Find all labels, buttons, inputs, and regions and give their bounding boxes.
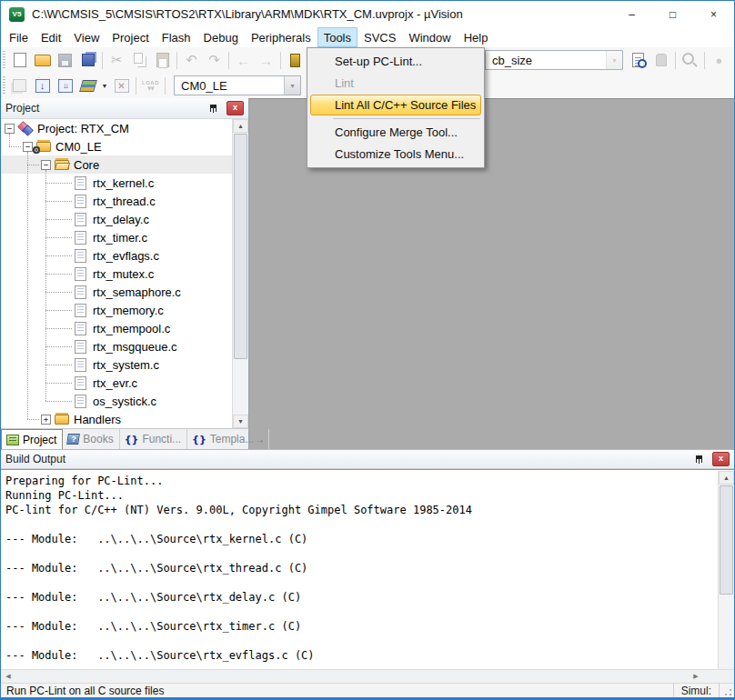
menu-debug[interactable]: Debug (197, 27, 245, 47)
tree-item-handlers[interactable]: + Handlers (1, 410, 233, 428)
close-panel-icon[interactable]: x (712, 452, 730, 466)
expander-icon[interactable]: − (41, 160, 51, 170)
tree-item-rtx-delay[interactable]: rtx_delay.c (1, 210, 233, 228)
chevron-down-icon[interactable]: ▾ (606, 51, 622, 69)
record-circle-icon[interactable]: ● (708, 49, 730, 71)
cut-icon[interactable]: ✂ (106, 49, 128, 71)
menu-item-lint-all-sources[interactable]: Lint All C/C++ Source Files (310, 95, 481, 115)
menu-flash[interactable]: Flash (156, 27, 197, 47)
tree-item-rtx-mutex[interactable]: rtx_mutex.c (1, 265, 233, 283)
redo-icon[interactable]: ↷ (203, 49, 226, 71)
tab-label: Templa... (210, 433, 255, 445)
tree-item-rtx-timer[interactable]: rtx_timer.c (1, 228, 233, 246)
save-icon[interactable] (54, 49, 76, 71)
batch-build-dropdown-icon[interactable]: ▼ (99, 75, 110, 96)
menu-file[interactable]: File (3, 27, 35, 47)
close-button[interactable]: × (693, 1, 734, 27)
menu-item-lint[interactable]: Lint (310, 73, 481, 94)
bookmark-hand-icon[interactable] (649, 49, 672, 71)
pin-icon[interactable] (694, 454, 704, 465)
resize-grip[interactable] (720, 684, 734, 698)
download-load-icon[interactable]: LOAD (139, 75, 162, 96)
tab-project[interactable]: Project (1, 429, 63, 449)
separator[interactable] (165, 77, 166, 95)
navigate-forward-icon[interactable]: → (255, 49, 277, 71)
menu-view[interactable]: View (67, 27, 106, 47)
minimize-button[interactable]: – (611, 1, 652, 27)
build-icon[interactable] (31, 75, 54, 96)
undo-icon[interactable]: ↶ (180, 49, 203, 71)
expander-icon[interactable]: + (41, 415, 51, 425)
menu-peripherals[interactable]: Peripherals (245, 27, 317, 47)
menu-separator[interactable] (333, 118, 480, 119)
save-all-icon[interactable] (76, 49, 99, 71)
chevron-down-icon[interactable]: ▾ (284, 76, 300, 95)
menu-edit[interactable]: Edit (35, 27, 67, 47)
find-in-files-icon[interactable] (627, 49, 649, 71)
expander-icon[interactable]: − (23, 142, 33, 152)
separator[interactable] (675, 52, 676, 69)
maximize-button[interactable]: □ (652, 1, 693, 27)
menu-window[interactable]: Window (402, 27, 457, 47)
project-tree-scrollbar[interactable]: ▲ ▼ (232, 119, 248, 428)
separator[interactable] (136, 77, 136, 95)
translate-icon[interactable] (8, 75, 31, 96)
paste-icon[interactable] (151, 49, 174, 71)
scroll-left-icon[interactable]: ◀ (1, 670, 15, 684)
menu-project[interactable]: Project (106, 27, 155, 47)
pin-icon[interactable] (208, 103, 218, 114)
tree-item-rtx-system[interactable]: rtx_system.c (1, 355, 233, 374)
separator[interactable] (176, 52, 177, 69)
batch-build-icon[interactable] (76, 75, 99, 96)
scrollbar-thumb[interactable] (720, 485, 733, 595)
target-folder-icon (36, 140, 50, 153)
menu-item-customize-tools-menu[interactable]: Customize Tools Menu... (310, 144, 481, 165)
tab-books[interactable]: Books (63, 429, 119, 449)
separator[interactable] (280, 52, 281, 69)
menu-svcs[interactable]: SVCS (357, 27, 402, 47)
tree-item-project-rtx-cm[interactable]: − Project: RTX_CM (1, 119, 233, 137)
target-select-combo[interactable]: CM0_LE ▾ (174, 75, 301, 95)
scroll-up-icon[interactable]: ▲ (719, 471, 734, 485)
separator[interactable] (102, 52, 103, 69)
tree-guide (9, 134, 10, 146)
expander-icon[interactable]: − (5, 124, 15, 134)
separator[interactable] (228, 52, 229, 69)
build-output-scrollbar[interactable]: ▲ (718, 471, 734, 669)
rebuild-icon[interactable] (54, 75, 76, 96)
tree-item-rtx-evflags[interactable]: rtx_evflags.c (1, 246, 233, 265)
tree-item-rtx-thread[interactable]: rtx_thread.c (1, 192, 233, 210)
new-file-icon[interactable] (8, 49, 31, 71)
close-panel-icon[interactable]: x (227, 101, 244, 115)
horizontal-scrollbar[interactable]: ◀ ▶ (1, 669, 734, 684)
tree-item-cm0-le[interactable]: − CM0_LE (1, 137, 233, 155)
magnifier-icon[interactable] (679, 49, 701, 71)
menu-tools[interactable]: Tools (317, 27, 357, 47)
tree-item-rtx-msgqueue[interactable]: rtx_msgqueue.c (1, 337, 233, 355)
bookmark-icon[interactable] (284, 49, 307, 71)
open-file-icon[interactable] (31, 49, 54, 71)
tree-item-rtx-mempool[interactable]: rtx_mempool.c (1, 319, 233, 337)
navigate-back-icon[interactable]: ← (232, 49, 255, 71)
tree-item-core[interactable]: − Core (1, 155, 233, 174)
tree-item-os-systick[interactable]: os_systick.c (1, 392, 233, 410)
copy-icon[interactable] (128, 49, 151, 71)
separator[interactable] (704, 52, 705, 69)
tree-item-rtx-semaphore[interactable]: rtx_semaphore.c (1, 283, 233, 301)
scroll-down-icon[interactable]: ▼ (233, 415, 248, 428)
menu-help[interactable]: Help (458, 27, 495, 47)
scroll-right-icon[interactable]: ▶ (689, 670, 703, 684)
tree-item-rtx-kernel[interactable]: rtx_kernel.c (1, 174, 233, 192)
tab-functions[interactable]: {} Functi... (120, 429, 187, 449)
scroll-up-icon[interactable]: ▲ (233, 119, 248, 133)
tree-item-rtx-memory[interactable]: rtx_memory.c (1, 301, 233, 319)
build-output-body[interactable]: Preparing for PC-Lint...Running PC-Lint.… (1, 469, 734, 669)
tree-item-label: Core (74, 158, 99, 172)
search-combo[interactable]: cb_size ▾ (485, 50, 623, 70)
menu-item-setup-pc-lint[interactable]: Set-up PC-Lint... (310, 51, 481, 72)
stop-build-icon[interactable]: ✕ (110, 75, 133, 96)
tree-item-rtx-evr[interactable]: rtx_evr.c (1, 374, 233, 392)
tab-templates[interactable]: {} Templa... → (187, 429, 269, 449)
menu-item-configure-merge-tool[interactable]: Configure Merge Tool... (310, 122, 481, 143)
scrollbar-thumb[interactable] (234, 134, 247, 359)
